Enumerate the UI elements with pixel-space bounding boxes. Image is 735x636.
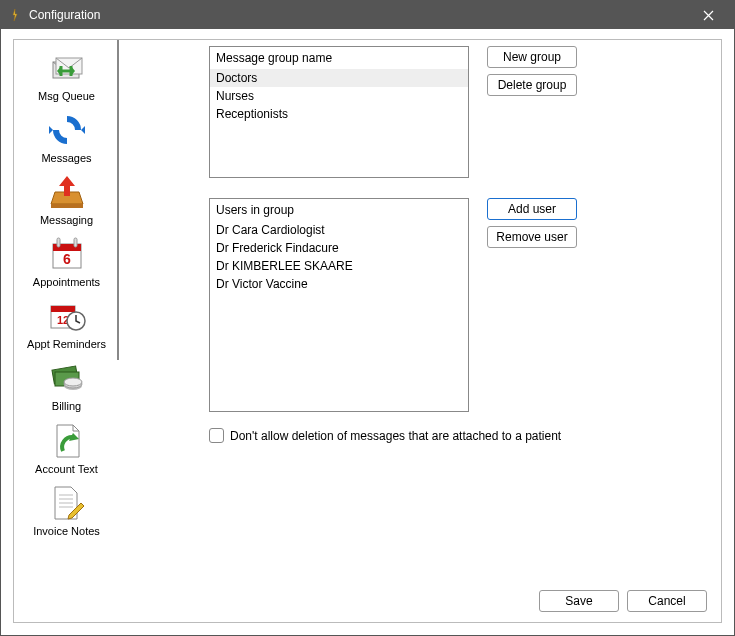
group-item[interactable]: Receptionists — [210, 105, 468, 123]
remove-user-button[interactable]: Remove user — [487, 226, 577, 248]
svg-rect-5 — [74, 238, 77, 247]
sidebar[interactable]: Msg Queue Messages — [14, 40, 119, 622]
groups-row: Message group name Doctors Nurses Recept… — [209, 46, 707, 178]
user-buttons: Add user Remove user — [487, 198, 577, 248]
users-row: Users in group Dr Cara Cardiologist Dr F… — [209, 198, 707, 412]
group-buttons: New group Delete group — [487, 46, 577, 96]
new-group-button[interactable]: New group — [487, 46, 577, 68]
svg-point-15 — [64, 378, 82, 386]
sidebar-item-label: Messages — [41, 152, 91, 164]
sidebar-item-account-text[interactable]: Account Text — [14, 417, 119, 479]
config-window: Configuration — [0, 0, 735, 636]
close-icon[interactable] — [688, 1, 728, 29]
envelope-stack-icon — [47, 48, 87, 88]
sidebar-item-label: Invoice Notes — [33, 525, 100, 537]
calendar-icon: 6 — [47, 234, 87, 274]
svg-rect-8 — [51, 306, 75, 312]
users-listbox[interactable]: Users in group Dr Cara Cardiologist Dr F… — [209, 198, 469, 412]
sidebar-item-billing[interactable]: Billing — [14, 354, 119, 416]
svg-text:6: 6 — [63, 251, 71, 267]
svg-rect-4 — [57, 238, 60, 247]
refresh-arrows-icon — [47, 110, 87, 150]
window-title: Configuration — [29, 8, 688, 22]
sidebar-item-label: Messaging — [40, 214, 93, 226]
calendar-clock-icon: 12 — [47, 296, 87, 336]
sidebar-item-label: Msg Queue — [38, 90, 95, 102]
main-panel: Message group name Doctors Nurses Recept… — [119, 40, 721, 622]
titlebar: Configuration — [1, 1, 734, 29]
app-icon — [7, 7, 23, 23]
delete-group-button[interactable]: Delete group — [487, 74, 577, 96]
money-icon — [47, 358, 87, 398]
cancel-button[interactable]: Cancel — [627, 590, 707, 612]
group-listbox[interactable]: Message group name Doctors Nurses Recept… — [209, 46, 469, 178]
group-item[interactable]: Nurses — [210, 87, 468, 105]
dont-allow-delete-checkbox[interactable] — [209, 428, 224, 443]
sidebar-item-msg-queue[interactable]: Msg Queue — [14, 44, 119, 106]
add-user-button[interactable]: Add user — [487, 198, 577, 220]
sidebar-item-messages[interactable]: Messages — [14, 106, 119, 168]
content-frame: Msg Queue Messages — [13, 39, 722, 623]
sidebar-item-label: Billing — [52, 400, 81, 412]
user-item[interactable]: Dr Victor Vaccine — [210, 275, 468, 293]
document-arrow-icon — [47, 421, 87, 461]
sidebar-item-appointments[interactable]: 6 Appointments — [14, 230, 119, 292]
sidebar-item-messaging[interactable]: Messaging — [14, 168, 119, 230]
outbox-icon — [47, 172, 87, 212]
sidebar-item-label: Appointments — [33, 276, 100, 288]
document-pencil-icon — [47, 483, 87, 523]
group-list-header: Message group name — [210, 47, 468, 69]
user-item[interactable]: Dr Cara Cardiologist — [210, 221, 468, 239]
users-list-header: Users in group — [210, 199, 468, 221]
sidebar-item-invoice-notes[interactable]: Invoice Notes — [14, 479, 119, 541]
user-item[interactable]: Dr KIMBERLEE SKAARE — [210, 257, 468, 275]
footer-buttons: Save Cancel — [539, 590, 707, 612]
save-button[interactable]: Save — [539, 590, 619, 612]
dont-allow-delete-row: Don't allow deletion of messages that ar… — [209, 428, 707, 443]
window-body: Msg Queue Messages — [1, 29, 734, 635]
group-item[interactable]: Doctors — [210, 69, 468, 87]
sidebar-item-appt-reminders[interactable]: 12 Appt Reminders — [14, 292, 119, 354]
user-item[interactable]: Dr Frederick Findacure — [210, 239, 468, 257]
sidebar-item-label: Account Text — [35, 463, 98, 475]
sidebar-item-label: Appt Reminders — [27, 338, 106, 350]
dont-allow-delete-label: Don't allow deletion of messages that ar… — [230, 429, 561, 443]
